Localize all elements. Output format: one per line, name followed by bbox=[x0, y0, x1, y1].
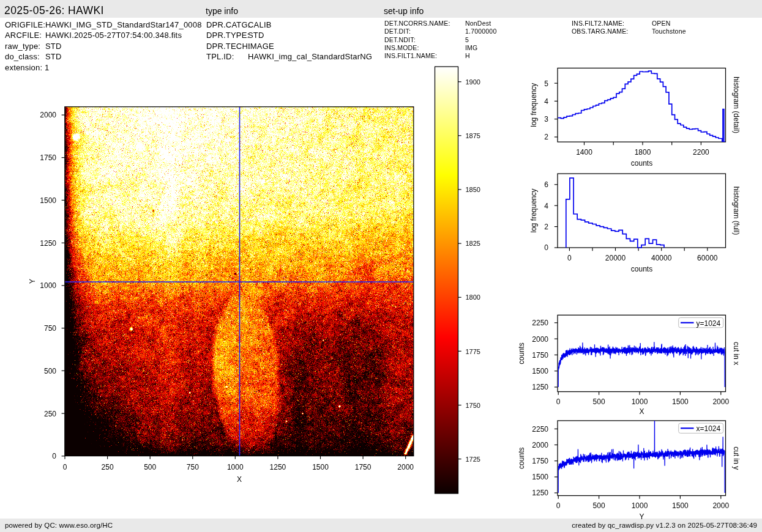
svg-text:0: 0 bbox=[63, 463, 67, 471]
svg-text:1000: 1000 bbox=[227, 463, 244, 471]
svg-text:HAWKI_img_cal_StandardStarNG: HAWKI_img_cal_StandardStarNG bbox=[248, 52, 372, 61]
svg-text:4: 4 bbox=[544, 202, 548, 210]
svg-text:1000: 1000 bbox=[632, 501, 648, 510]
svg-text:Y: Y bbox=[639, 512, 644, 521]
svg-text:1800: 1800 bbox=[466, 294, 480, 301]
svg-text:X: X bbox=[237, 475, 242, 484]
svg-text:1500: 1500 bbox=[312, 463, 329, 471]
svg-text:histogram (full): histogram (full) bbox=[732, 187, 741, 235]
svg-text:2000: 2000 bbox=[397, 463, 414, 471]
svg-text:1500: 1500 bbox=[672, 501, 689, 510]
svg-text:ARCFILE:: ARCFILE: bbox=[5, 31, 42, 40]
svg-text:STD: STD bbox=[45, 42, 62, 51]
svg-text:HAWKI_IMG_STD_StandardStar147_: HAWKI_IMG_STD_StandardStar147_0008 bbox=[45, 20, 202, 29]
svg-text:20000: 20000 bbox=[605, 254, 626, 262]
svg-text:1825: 1825 bbox=[466, 240, 480, 247]
svg-text:1775: 1775 bbox=[466, 348, 480, 355]
svg-text:x=1024: x=1024 bbox=[697, 424, 721, 433]
svg-text:4: 4 bbox=[544, 97, 548, 106]
svg-text:OBS.TARG.NAME:: OBS.TARG.NAME: bbox=[572, 28, 628, 35]
svg-text:CALIB: CALIB bbox=[248, 20, 272, 29]
svg-text:2200: 2200 bbox=[693, 148, 709, 157]
svg-text:750: 750 bbox=[187, 463, 199, 471]
svg-text:INS.FILT2.NAME:: INS.FILT2.NAME: bbox=[572, 20, 624, 27]
svg-text:INS.MODE:: INS.MODE: bbox=[384, 44, 419, 51]
svg-text:500: 500 bbox=[144, 463, 156, 471]
svg-text:DPR.CATG:: DPR.CATG: bbox=[206, 20, 250, 29]
svg-text:3: 3 bbox=[544, 115, 548, 124]
svg-text:1875: 1875 bbox=[466, 132, 480, 139]
svg-text:1800: 1800 bbox=[635, 148, 651, 157]
svg-text:1500: 1500 bbox=[672, 397, 689, 406]
svg-text:1500: 1500 bbox=[40, 196, 56, 205]
svg-text:1250: 1250 bbox=[532, 383, 548, 391]
svg-text:log frequency: log frequency bbox=[529, 83, 538, 127]
svg-text:6: 6 bbox=[544, 180, 548, 189]
svg-text:2250: 2250 bbox=[532, 319, 548, 327]
svg-text:1000: 1000 bbox=[632, 397, 648, 406]
svg-text:DET.NDIT:: DET.NDIT: bbox=[384, 36, 416, 43]
svg-text:250: 250 bbox=[102, 463, 114, 471]
svg-text:raw_type:: raw_type: bbox=[5, 42, 40, 51]
svg-text:1.7000000: 1.7000000 bbox=[465, 28, 496, 35]
svg-text:STD: STD bbox=[45, 52, 62, 61]
svg-text:IMAGE: IMAGE bbox=[248, 42, 274, 51]
svg-text:DET.NCORRS.NAME:: DET.NCORRS.NAME: bbox=[384, 20, 450, 27]
svg-text:0: 0 bbox=[556, 501, 561, 510]
svg-text:1750: 1750 bbox=[532, 457, 548, 465]
svg-text:1900: 1900 bbox=[466, 78, 480, 86]
svg-text:counts: counts bbox=[631, 265, 652, 273]
svg-text:Y: Y bbox=[28, 279, 37, 284]
svg-text:2250: 2250 bbox=[532, 425, 548, 434]
svg-text:DPR.TECH:: DPR.TECH: bbox=[206, 42, 250, 51]
svg-text:2: 2 bbox=[544, 133, 548, 141]
svg-text:type info: type info bbox=[206, 6, 238, 16]
svg-text:2000: 2000 bbox=[712, 397, 729, 406]
svg-text:1250: 1250 bbox=[40, 239, 56, 248]
svg-text:1500: 1500 bbox=[532, 473, 548, 481]
svg-text:1000: 1000 bbox=[40, 281, 56, 290]
svg-text:OPEN: OPEN bbox=[652, 20, 671, 27]
svg-text:powered by QC: www.eso.org/HC: powered by QC: www.eso.org/HC bbox=[5, 522, 113, 529]
svg-text:created by qc_rawdisp.py v1.2.: created by qc_rawdisp.py v1.2.3 on 2025-… bbox=[572, 522, 757, 529]
svg-text:H: H bbox=[465, 52, 470, 59]
svg-text:TPL.ID:: TPL.ID: bbox=[206, 52, 234, 61]
svg-text:40000: 40000 bbox=[651, 254, 672, 262]
svg-text:DPR.TYPE:: DPR.TYPE: bbox=[206, 31, 249, 40]
svg-text:counts: counts bbox=[517, 448, 526, 469]
svg-text:1250: 1250 bbox=[270, 463, 286, 471]
svg-text:y=1024: y=1024 bbox=[697, 319, 721, 328]
svg-text:STD: STD bbox=[248, 31, 264, 40]
svg-text:cut in x: cut in x bbox=[732, 342, 741, 365]
svg-text:HAWKI.2025-05-27T07:54:00.348.: HAWKI.2025-05-27T07:54:00.348.fits bbox=[45, 31, 182, 40]
svg-text:1725: 1725 bbox=[466, 456, 480, 463]
svg-text:log frequency: log frequency bbox=[529, 188, 538, 232]
svg-text:X: X bbox=[639, 407, 644, 416]
svg-text:500: 500 bbox=[593, 501, 605, 510]
svg-text:1500: 1500 bbox=[532, 367, 548, 375]
svg-text:1250: 1250 bbox=[532, 489, 548, 497]
svg-text:500: 500 bbox=[593, 397, 605, 406]
svg-text:counts: counts bbox=[631, 159, 652, 168]
svg-text:0: 0 bbox=[567, 254, 572, 262]
svg-text:NonDest: NonDest bbox=[465, 20, 491, 27]
svg-text:2000: 2000 bbox=[40, 111, 56, 119]
svg-text:Touchstone: Touchstone bbox=[652, 28, 686, 35]
svg-text:counts: counts bbox=[517, 342, 526, 364]
svg-text:5: 5 bbox=[465, 36, 469, 43]
svg-text:2000: 2000 bbox=[532, 441, 548, 449]
svg-text:DET.DIT:: DET.DIT: bbox=[384, 28, 411, 35]
svg-text:0: 0 bbox=[544, 243, 548, 252]
svg-text:2000: 2000 bbox=[712, 501, 729, 510]
svg-text:1850: 1850 bbox=[466, 186, 480, 193]
svg-text:60000: 60000 bbox=[697, 254, 718, 262]
svg-text:1400: 1400 bbox=[576, 148, 592, 157]
svg-text:1750: 1750 bbox=[355, 463, 372, 471]
svg-text:IMG: IMG bbox=[465, 44, 477, 51]
svg-text:cut in y: cut in y bbox=[732, 446, 741, 470]
svg-text:extension: 1: extension: 1 bbox=[5, 63, 50, 72]
svg-text:1750: 1750 bbox=[40, 153, 56, 162]
svg-text:0: 0 bbox=[556, 397, 561, 406]
svg-text:0: 0 bbox=[52, 452, 56, 460]
svg-text:250: 250 bbox=[44, 410, 56, 418]
